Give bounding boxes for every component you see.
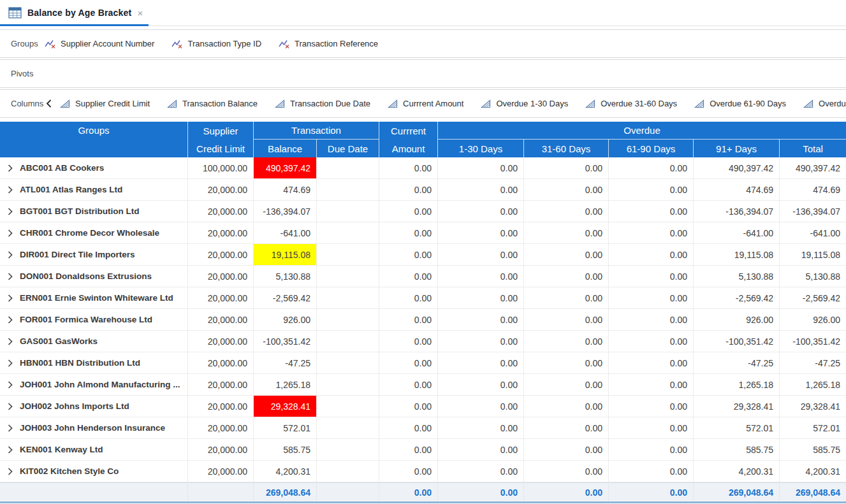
cell-current: 0.00	[379, 461, 438, 482]
group-name: GAS001 GasWorks	[20, 336, 98, 346]
col-header-transaction[interactable]: Transaction	[254, 122, 379, 140]
group-cell[interactable]: ATL001 Atlas Ranges Ltd	[0, 179, 188, 201]
field-pill-label: Transaction Due Date	[290, 99, 370, 108]
columns-panel-label: Columns	[0, 99, 45, 108]
field-pill[interactable]: Transaction Balance	[167, 99, 258, 108]
col-header-credit-limit[interactable]: Credit Limit	[188, 140, 254, 157]
expand-icon[interactable]	[8, 381, 13, 389]
horizontal-scrollbar[interactable]	[0, 501, 846, 503]
cell-total: 474.69	[780, 179, 846, 201]
col-header-31-60-days[interactable]: 31-60 Days	[524, 140, 609, 157]
cell-d1_30: 0.00	[438, 287, 524, 309]
expand-icon[interactable]	[8, 164, 13, 172]
expand-icon[interactable]	[8, 186, 13, 194]
cell-balance: 4,200.31	[254, 461, 317, 482]
group-name: JOH002 Johns Imports Ltd	[20, 401, 129, 411]
chevron-left-icon[interactable]	[46, 99, 52, 108]
group-cell[interactable]: JOH002 Johns Imports Ltd	[0, 396, 188, 417]
cell-due_date	[317, 352, 379, 374]
col-header-overdue[interactable]: Overdue	[438, 122, 846, 140]
cell-d61_90: 0.00	[609, 201, 694, 222]
col-header-groups[interactable]: Groups	[0, 122, 188, 157]
cell-current: 0.00	[379, 222, 438, 244]
field-pill[interactable]: Supplier Credit Limit	[60, 99, 150, 108]
field-pill[interactable]: Currrent Amount	[388, 99, 463, 108]
cell-d31_60: 0.00	[524, 201, 609, 222]
cell-d91: 585.75	[694, 439, 780, 461]
expand-icon[interactable]	[8, 468, 13, 475]
col-header-61-90-days[interactable]: 61-90 Days	[609, 140, 694, 157]
group-cell[interactable]: KIT002 Kitchen Style Co	[0, 461, 188, 482]
cell-credit_limit: 20,000.00	[188, 222, 254, 244]
field-pill[interactable]: Transaction Type ID	[171, 39, 261, 48]
field-pill[interactable]: Overdue 31-60 Days	[585, 99, 677, 108]
column-field-icon	[388, 99, 398, 108]
cell-d61_90: 0.00	[609, 266, 694, 287]
col-header-91-plus-days[interactable]: 91+ Days	[694, 140, 780, 157]
field-pill[interactable]: Supplier Account Number	[45, 39, 154, 48]
expand-icon[interactable]	[8, 294, 13, 302]
cell-d61_90: 0.00	[609, 287, 694, 309]
cell-due_date	[317, 287, 379, 309]
expand-icon[interactable]	[8, 424, 13, 432]
group-name: ERN001 Ernie Swinton Whiteware Ltd	[20, 293, 173, 303]
field-pill[interactable]: Overdue 61-90 Days	[694, 99, 786, 108]
group-name: DIR001 Direct Tile Importers	[20, 250, 135, 259]
cell-current: 0.00	[379, 266, 438, 287]
group-cell[interactable]: HBN001 HBN Distribution Ltd	[0, 352, 188, 374]
expand-icon[interactable]	[8, 446, 13, 454]
cell-d61_90: 0.00	[609, 157, 694, 179]
group-cell[interactable]: JOH001 John Almond Manufacturing ...	[0, 374, 188, 396]
tab-bar: Balance by Age Bracket ×	[0, 0, 846, 26]
group-cell[interactable]: GAS001 GasWorks	[0, 331, 188, 352]
group-cell[interactable]: ABC001 AB Cookers	[0, 157, 188, 179]
column-field-icon	[167, 99, 177, 108]
group-cell[interactable]: DIR001 Direct Tile Importers	[0, 244, 188, 266]
cell-d1_30: 0.00	[438, 461, 524, 482]
cell-due_date	[317, 222, 379, 244]
field-pill[interactable]: Transaction Reference	[279, 39, 378, 48]
expand-icon[interactable]	[8, 229, 13, 237]
expand-icon[interactable]	[8, 273, 13, 280]
field-pill[interactable]: Overdue 91+ Days	[803, 99, 846, 108]
expand-icon[interactable]	[8, 403, 13, 410]
expand-icon[interactable]	[8, 208, 13, 215]
col-header-1-30-days[interactable]: 1-30 Days	[438, 140, 524, 157]
col-header-balance[interactable]: Balance	[254, 140, 317, 157]
tab-balance-by-age-bracket[interactable]: Balance by Age Bracket ×	[0, 0, 149, 25]
expand-icon[interactable]	[8, 251, 13, 259]
group-cell[interactable]: FOR001 Formica Warehouse Ltd	[0, 309, 188, 331]
col-header-amount[interactable]: Amount	[379, 140, 438, 157]
group-cell[interactable]: BGT001 BGT Distribution Ltd	[0, 201, 188, 222]
col-header-due-date[interactable]: Due Date	[317, 140, 379, 157]
cell-d61_90: 0.00	[609, 352, 694, 374]
col-header-current[interactable]: Currrent	[379, 122, 438, 140]
group-cell[interactable]: JOH003 John Henderson Insurance	[0, 417, 188, 439]
group-name: ATL001 Atlas Ranges Ltd	[20, 185, 122, 194]
field-pill[interactable]: Transaction Due Date	[275, 99, 370, 108]
column-field-icon	[585, 99, 595, 108]
group-cell[interactable]: KEN001 Kenway Ltd	[0, 439, 188, 461]
cell-due_date	[317, 331, 379, 352]
cell-balance: -47.25	[254, 352, 317, 374]
cell-d1_30: 0.00	[438, 222, 524, 244]
cell-total: -641.00	[780, 222, 846, 244]
group-cell[interactable]: CHR001 Chrome Decor Wholesale	[0, 222, 188, 244]
field-pill[interactable]: Overdue 1-30 Days	[481, 99, 568, 108]
group-cell[interactable]: ERN001 Ernie Swinton Whiteware Ltd	[0, 287, 188, 309]
col-header-total[interactable]: Total	[780, 140, 846, 157]
group-cell[interactable]: DON001 Donaldsons Extrusions	[0, 266, 188, 287]
cell-credit_limit: 20,000.00	[188, 179, 254, 201]
expand-icon[interactable]	[8, 316, 13, 324]
cell-d61_90: 0.00	[609, 439, 694, 461]
pivot-grid-icon	[8, 6, 22, 19]
cell-d1_30: 0.00	[438, 417, 524, 439]
expand-icon[interactable]	[8, 338, 13, 345]
col-header-supplier[interactable]: Supplier	[188, 122, 254, 140]
column-field-icon	[60, 99, 70, 108]
cell-balance: 29,328.41	[254, 396, 317, 417]
expand-icon[interactable]	[8, 359, 13, 367]
cell-total: 585.75	[780, 439, 846, 461]
cell-balance: -100,351.42	[254, 331, 317, 352]
tab-close-icon[interactable]: ×	[137, 8, 143, 18]
